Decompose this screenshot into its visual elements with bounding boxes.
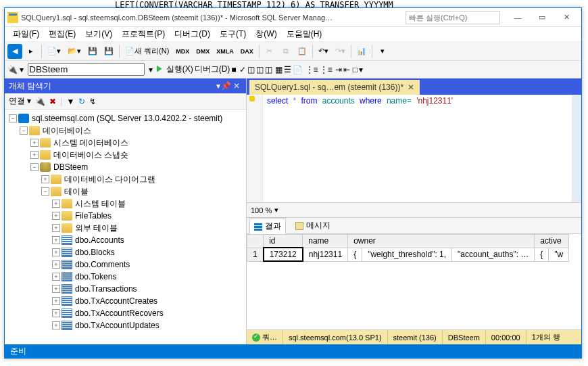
menu-debug[interactable]: 디버그(D) (170, 27, 214, 41)
tree-table-tokens[interactable]: +dbo.Tokens (5, 271, 246, 283)
dax-button[interactable]: DAX (238, 44, 256, 59)
cell-owner-wt[interactable]: "weight_threshold": 1, (362, 248, 452, 261)
quick-launch-input[interactable] (406, 11, 500, 24)
col-name[interactable]: name (303, 235, 348, 248)
cell-id[interactable]: 173212 (264, 248, 303, 261)
undo-button[interactable]: ↶▾ (316, 44, 331, 59)
cancel-button[interactable]: ■ (231, 65, 236, 74)
cut-button[interactable]: ✂ (262, 44, 277, 59)
nav-back-button[interactable]: ◀ (7, 44, 22, 59)
menu-edit[interactable]: 편집(E) (45, 27, 80, 41)
nav-forward-button[interactable]: ▸ (24, 44, 39, 59)
menu-help[interactable]: 도움말(H) (283, 27, 326, 41)
document-tab[interactable]: SQLQuery1.sql - sq…em (steemit (136))* ✕ (249, 80, 420, 95)
tree-databases[interactable]: −데이터베이스 (5, 124, 246, 137)
tree-table-txaccountupdates[interactable]: +dbo.TxAccountUpdates (5, 319, 246, 331)
tree-server[interactable]: −sql.steemsql.com (SQL Server 13.0.4202.… (5, 112, 246, 124)
tree-table-txaccountrecovers[interactable]: +dbo.TxAccountRecovers (5, 307, 246, 319)
tree-ext-tables[interactable]: +외부 테이블 (5, 222, 246, 234)
tree-table-accounts[interactable]: +dbo.Accounts (5, 234, 246, 246)
change-connection-button[interactable]: 🔌 ▾ (7, 65, 24, 74)
close-button[interactable]: ✕ (554, 9, 579, 26)
sync-button[interactable]: ↯ (89, 97, 96, 106)
stop-button[interactable]: ✖ (49, 97, 56, 106)
redo-button[interactable]: ↷▾ (333, 44, 348, 59)
outdent-button[interactable]: ⇤ (343, 65, 350, 74)
menu-tools[interactable]: 도구(T) (216, 27, 250, 41)
minimap[interactable] (572, 95, 581, 202)
row-number[interactable]: 1 (247, 248, 264, 261)
tab-close-button[interactable]: ✕ (408, 83, 414, 92)
paste-button[interactable]: 📋 (295, 44, 310, 59)
menu-window[interactable]: 창(W) (251, 27, 280, 41)
save-button[interactable]: 💾 (85, 44, 100, 59)
filter-button[interactable]: ▼ (66, 97, 74, 106)
results-text-button[interactable]: ☰ (284, 65, 291, 74)
execute-button[interactable]: ▶ 실행(X) (155, 64, 193, 75)
panel-close-button[interactable]: ✕ (231, 81, 242, 91)
results-grid-button[interactable]: ▦ (275, 65, 283, 74)
zoom-value[interactable]: 100 % (251, 206, 272, 214)
zoom-dropdown[interactable]: ▾ (274, 206, 278, 214)
open-button[interactable]: 📂▾ (65, 44, 84, 59)
database-selector[interactable] (28, 63, 145, 76)
results-grid-area[interactable]: id name owner active 1 173212 nhj12311 {… (247, 234, 581, 329)
connect-button[interactable]: 연결 ▾ (9, 95, 31, 107)
indent-button[interactable]: ⇥ (335, 65, 342, 74)
col-active[interactable]: active (535, 235, 569, 248)
debug-button[interactable]: 디버그(D) (195, 64, 230, 75)
comment-button[interactable]: ⋮≡ (305, 65, 318, 74)
specify-values-button[interactable]: □ (353, 65, 358, 74)
tree-db-diagram[interactable]: +데이터베이스 다이어그램 (5, 173, 246, 185)
tab-results[interactable]: 결과 (249, 219, 286, 234)
tree-table-transactions[interactable]: +dbo.Transactions (5, 283, 246, 295)
tree-table-blocks[interactable]: +dbo.Blocks (5, 246, 246, 258)
refresh-button[interactable]: ↻ (78, 97, 85, 106)
tree-file-tables[interactable]: +FileTables (5, 210, 246, 222)
copy-button[interactable]: ⧉ (278, 44, 293, 59)
col-rownum[interactable] (247, 235, 264, 248)
cell-owner-aa[interactable]: "account_auths": … (452, 248, 535, 261)
results-grid[interactable]: id name owner active 1 173212 nhj12311 {… (247, 234, 569, 262)
tree-tables[interactable]: −테이블 (5, 185, 246, 198)
col-owner[interactable]: owner (348, 235, 535, 248)
dmx-button[interactable]: DMX (193, 44, 212, 59)
tree-sys-db[interactable]: +시스템 데이터베이스 (5, 137, 246, 149)
db-dropdown-button[interactable]: ▾ (149, 65, 153, 74)
format2-button[interactable]: ◫ (256, 65, 264, 74)
menu-file[interactable]: 파일(F) (9, 27, 43, 41)
format3-button[interactable]: ◫ (265, 65, 272, 74)
code-area[interactable]: select * from accounts where name= 'nhj1… (263, 95, 572, 202)
tree-dbsteem[interactable]: −DBSteem (5, 161, 246, 173)
format1-button[interactable]: ◫ (247, 65, 255, 74)
tree-table-txaccountcreates[interactable]: +dbo.TxAccountCreates (5, 295, 246, 307)
object-tree[interactable]: −sql.steemsql.com (SQL Server 13.0.4202.… (5, 110, 246, 344)
tab-messages[interactable]: 메시지 (291, 219, 335, 233)
overflow-button[interactable]: ▾ (375, 44, 390, 59)
sql-editor[interactable]: select * from accounts where name= 'nhj1… (247, 95, 581, 203)
table-row[interactable]: 1 173212 nhj12311 { "weight_threshold": … (247, 248, 569, 261)
xmla-button[interactable]: XMLA (214, 44, 237, 59)
tree-table-comments[interactable]: +dbo.Comments (5, 258, 246, 271)
tree-sys-tables[interactable]: +시스템 테이블 (5, 198, 246, 210)
save-all-button[interactable]: 💾 (101, 44, 116, 59)
panel-pin-button[interactable]: 📌 (220, 81, 231, 91)
cell-active-w[interactable]: "w (549, 248, 569, 261)
cell-name[interactable]: nhj12311 (303, 248, 348, 261)
cell-owner-brace[interactable]: { (348, 248, 362, 261)
restore-button[interactable]: ▭ (530, 9, 554, 26)
new-query-button[interactable]: 📄 새 쿼리(N) (122, 44, 172, 59)
menu-view[interactable]: 보기(V) (81, 27, 116, 41)
menu-project[interactable]: 프로젝트(P) (118, 27, 169, 41)
toolbar2-overflow[interactable]: ▾ (359, 65, 363, 74)
tree-db-snapshot[interactable]: +데이터베이스 스냅숏 (5, 149, 246, 161)
new-project-button[interactable]: 📄▾ (45, 44, 64, 59)
col-id[interactable]: id (264, 235, 303, 248)
parse-button[interactable]: ✓ (239, 65, 246, 74)
disconnect-button[interactable]: 🔌 (35, 97, 45, 106)
cell-active-brace[interactable]: { (535, 248, 549, 261)
minimize-button[interactable]: — (506, 9, 530, 26)
activity-button[interactable]: 📊 (354, 44, 369, 59)
results-file-button[interactable]: 📄 (293, 65, 303, 74)
uncomment-button[interactable]: ⋮≡ (320, 65, 333, 74)
